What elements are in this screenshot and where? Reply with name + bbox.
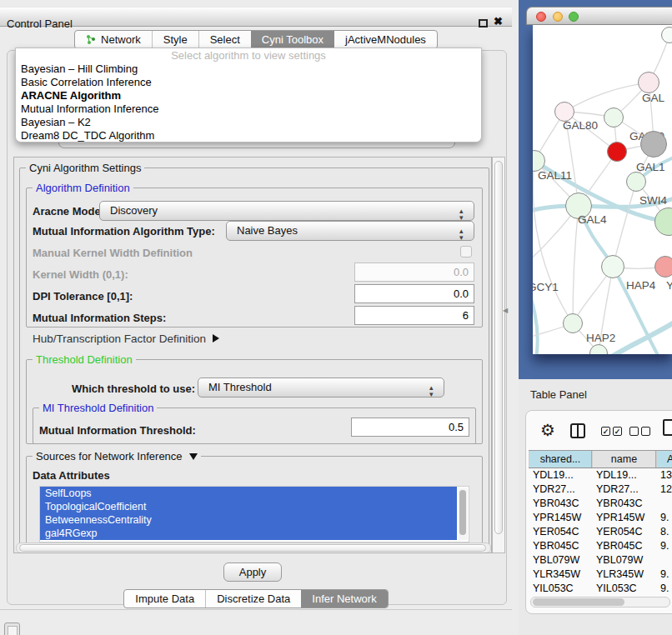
group-title: Cyni Algorithm Settings bbox=[26, 162, 144, 174]
dpi-tolerance-label: DPI Tolerance [0,1]: bbox=[33, 290, 133, 302]
kernel-width-input[interactable]: 0.0 bbox=[354, 262, 474, 282]
aracne-mode-select[interactable]: Discovery bbox=[99, 201, 474, 221]
tab-label: jActiveMNodules bbox=[345, 33, 426, 46]
select-all-checkboxes-icon[interactable]: ✓ ✓ bbox=[601, 427, 622, 436]
deselect-all-checkboxes-icon[interactable] bbox=[629, 427, 650, 436]
tab-infer-network[interactable]: Infer Network bbox=[301, 590, 387, 608]
attribute-item[interactable]: BetweennessCentrality bbox=[40, 513, 457, 527]
tab-label: Style bbox=[163, 33, 188, 46]
table-row[interactable]: YBR043CYBR043C bbox=[529, 497, 672, 511]
control-panel-title: Control Panel bbox=[7, 18, 73, 30]
splitter-collapse-icon[interactable]: ◀ bbox=[503, 307, 508, 314]
node-label: Y bbox=[666, 279, 672, 292]
attribute-item[interactable]: TopologicalCoefficient bbox=[40, 500, 457, 513]
tab-jactivemnodules[interactable]: jActiveMNodules bbox=[334, 31, 437, 48]
table-cell: YBR045C bbox=[592, 539, 656, 553]
tab-network[interactable]: Network bbox=[75, 31, 152, 48]
tab-impute-data[interactable]: Impute Data bbox=[124, 590, 205, 608]
table-cell: YBR043C bbox=[592, 497, 656, 511]
application-window: Control Panel ✖ NetworkStyleSelectCyni T… bbox=[0, 0, 672, 635]
node-label: HAP4 bbox=[626, 279, 655, 292]
tab-select[interactable]: Select bbox=[198, 31, 251, 48]
table-row[interactable]: YBR045CYBR045C9. bbox=[529, 539, 672, 553]
zoom-traffic-light-icon[interactable] bbox=[569, 12, 579, 22]
hub-section-toggle[interactable]: Hub/Transcription Factor Definition bbox=[33, 332, 219, 345]
manual-kernel-checkbox[interactable] bbox=[460, 246, 472, 258]
restore-panel-icon[interactable] bbox=[4, 622, 20, 635]
close-icon[interactable]: ✖ bbox=[494, 15, 503, 28]
manual-kernel-label: Manual Kernel Width Definition bbox=[33, 247, 193, 259]
table-row[interactable]: YDL19...YDL19...13 bbox=[529, 468, 672, 482]
table-header-row: shared...nameA bbox=[529, 450, 672, 468]
threshold-definition-title: Threshold Definition bbox=[33, 353, 136, 366]
network-window-titlebar[interactable] bbox=[526, 7, 672, 25]
network-canvas[interactable]: GALGAL80GAL10GAL1GAL11SWI4GAL4HAP4YGCY1H… bbox=[533, 25, 672, 354]
table-row[interactable]: YLR345WYLR345W9. bbox=[529, 568, 672, 582]
sources-group-title[interactable]: Sources for Network Inference bbox=[33, 450, 201, 462]
node-gal[interactable] bbox=[638, 72, 659, 93]
table-row[interactable]: YIL053CYIL053C9. bbox=[529, 582, 672, 594]
column-header-A[interactable]: A bbox=[656, 451, 672, 468]
algorithm-option[interactable]: Mutual Information Inference bbox=[16, 102, 481, 116]
table-cell: YLR345W bbox=[529, 568, 592, 582]
network-node[interactable] bbox=[661, 27, 672, 43]
algorithm-option[interactable]: Bayesian – Hill Climbing bbox=[16, 62, 481, 76]
scrollbar-thumb[interactable] bbox=[533, 598, 624, 606]
column-header-shared...[interactable]: shared... bbox=[529, 451, 592, 468]
list-scrollbar[interactable] bbox=[459, 488, 468, 540]
mi-type-select[interactable]: Naive Bayes bbox=[226, 221, 474, 241]
dpi-tolerance-input[interactable]: 0.0 bbox=[354, 284, 474, 303]
node-gal1[interactable] bbox=[607, 142, 627, 162]
network-node[interactable] bbox=[640, 131, 667, 158]
columns-icon[interactable] bbox=[570, 423, 585, 438]
node-gal10[interactable] bbox=[604, 108, 624, 128]
minimize-traffic-light-icon[interactable] bbox=[553, 12, 563, 22]
node-label: GCY1 bbox=[533, 281, 559, 293]
column-header-name[interactable]: name bbox=[592, 451, 656, 468]
node-hap2[interactable] bbox=[563, 313, 583, 333]
data-attributes-items: SelfLoopsTopologicalCoefficientBetweenne… bbox=[40, 487, 469, 540]
which-threshold-value: MI Threshold bbox=[208, 381, 272, 393]
table-row[interactable]: YDR27...YDR27...12 bbox=[529, 482, 672, 497]
node-table: shared...nameA YDL19...YDL19...13YDR27..… bbox=[529, 450, 672, 594]
table-horizontal-scrollbar[interactable] bbox=[530, 597, 670, 608]
tab-cyni-toolbox[interactable]: Cyni Toolbox bbox=[251, 31, 334, 48]
document-icon[interactable] bbox=[663, 419, 672, 436]
settings-vertical-scrollbar[interactable] bbox=[492, 157, 505, 553]
scrollbar-thumb[interactable] bbox=[19, 544, 486, 552]
table-cell: 9. bbox=[656, 582, 672, 594]
float-window-icon[interactable] bbox=[479, 19, 488, 28]
table-row[interactable]: YBL079WYBL079W bbox=[529, 553, 672, 568]
apply-button[interactable]: Apply bbox=[223, 562, 282, 582]
node-swi4[interactable] bbox=[626, 172, 646, 192]
unchecked-box-icon bbox=[641, 427, 650, 436]
settings-horizontal-scrollbar[interactable] bbox=[16, 542, 491, 553]
scrollbar-thumb[interactable] bbox=[459, 490, 466, 535]
table-cell: 13 bbox=[656, 468, 672, 482]
which-threshold-select[interactable]: MI Threshold bbox=[198, 378, 444, 398]
algorithm-option[interactable]: ARACNE Algorithm bbox=[16, 89, 481, 102]
attribute-item[interactable]: gal4RGexp bbox=[40, 527, 457, 540]
tab-discretize-data[interactable]: Discretize Data bbox=[205, 590, 301, 608]
table-cell: YPR145W bbox=[592, 511, 656, 525]
node-hap4[interactable] bbox=[601, 255, 624, 278]
table-row[interactable]: YER054CYER054C8. bbox=[529, 525, 672, 539]
table-row[interactable]: YPR145WYPR145W9. bbox=[529, 511, 672, 525]
table-cell: YDR27... bbox=[529, 482, 592, 497]
algorithm-option[interactable]: Bayesian – K2 bbox=[16, 116, 481, 129]
mi-steps-input[interactable]: 6 bbox=[354, 306, 474, 325]
algorithm-option[interactable]: Basic Correlation Inference bbox=[16, 76, 481, 89]
control-panel-titlebar: Control Panel ✖ bbox=[0, 7, 512, 27]
node-label: SWI4 bbox=[639, 194, 667, 207]
attribute-item[interactable]: SelfLoops bbox=[40, 487, 457, 500]
close-traffic-light-icon[interactable] bbox=[536, 12, 546, 22]
node-y[interactable] bbox=[654, 256, 672, 278]
bottom-tab-bar: Impute DataDiscretize DataInfer Network bbox=[0, 589, 512, 608]
gear-icon[interactable]: ⚙ bbox=[540, 420, 555, 440]
collapsed-arrow-icon bbox=[213, 334, 219, 342]
algorithm-option[interactable]: Dream8 DC_TDC Algorithm bbox=[16, 129, 481, 142]
table-cell: YBL079W bbox=[592, 553, 656, 568]
scrollbar-thumb[interactable] bbox=[494, 161, 503, 534]
mi-threshold-input[interactable]: 0.5 bbox=[351, 418, 469, 437]
tab-style[interactable]: Style bbox=[152, 31, 198, 48]
